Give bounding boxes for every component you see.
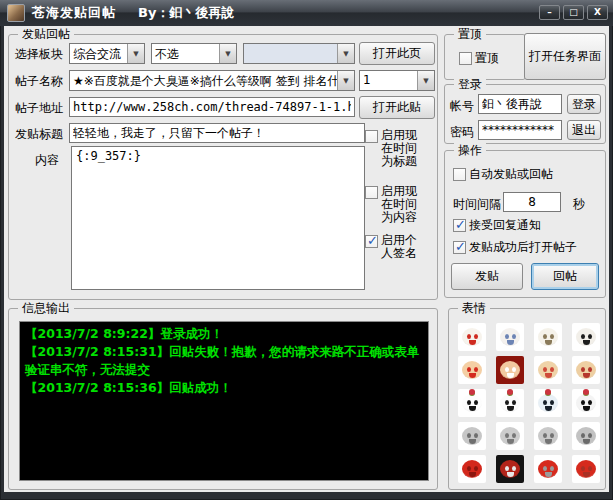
open-thread-button[interactable]: 打开此贴 <box>359 96 435 119</box>
actions-group-label: 操作 <box>454 143 486 158</box>
interval-input[interactable] <box>503 192 561 212</box>
app-window: 苍海发贴回帖 By：鈤丶後再說 – □ X 发贴回帖 选择板块 综合交流 ▼ 不… <box>0 0 613 500</box>
content-label: 内容 <box>35 152 59 169</box>
content-textarea[interactable]: {:9_357:} <box>71 146 365 290</box>
flower-icon <box>507 389 513 395</box>
chevron-down-icon[interactable]: ▼ <box>417 71 434 90</box>
interval-label: 时间间隔 <box>453 196 501 213</box>
password-label: 密码 <box>450 124 474 141</box>
checkbox-icon[interactable] <box>453 219 466 232</box>
open-task-button[interactable]: 打开任务界面 <box>524 33 606 80</box>
red-fox-sleep-emoticon[interactable] <box>458 455 486 483</box>
chevron-down-icon[interactable]: ▼ <box>219 44 236 63</box>
anime-blonde-shock-emoticon[interactable] <box>534 356 562 384</box>
post-button[interactable]: 发贴 <box>451 263 523 290</box>
thread-name-label: 帖子名称 <box>15 73 63 90</box>
client-area: 发贴回帖 选择板块 综合交流 ▼ 不选 ▼ ▼ 打开此页 帖子名称 ★※百度就是… <box>4 26 609 492</box>
panda-flower-cup-emoticon[interactable] <box>534 389 562 417</box>
time-as-content-checkbox[interactable]: 启用现在时间为内容 <box>365 185 421 224</box>
anime-blonde-laugh-emoticon[interactable] <box>572 356 600 384</box>
interval-unit-label: 秒 <box>573 196 585 213</box>
log-group: 信息输出 【2013/7/2 8:9:22】登录成功！【2013/7/2 8:1… <box>8 308 438 490</box>
maximize-button[interactable]: □ <box>563 5 584 20</box>
open-after-post-checkbox[interactable]: 发贴成功后打开帖子 <box>453 240 577 254</box>
board-main-combo[interactable]: 综合交流 ▼ <box>69 43 145 64</box>
emoticon-grid <box>449 309 605 489</box>
log-console: 【2013/7/2 8:9:22】登录成功！【2013/7/2 8:15:31】… <box>19 321 429 481</box>
checkbox-icon[interactable] <box>453 241 466 254</box>
thread-name-value: ★※百度就是个大臭逼※搞什么等级啊 签到 排名什 <box>70 71 337 90</box>
pin-group-label: 置顶 <box>454 27 486 42</box>
log-group-label: 信息输出 <box>18 301 74 316</box>
account-input[interactable] <box>478 94 562 114</box>
reply-button[interactable]: 回帖 <box>531 263 599 290</box>
chevron-down-icon[interactable]: ▼ <box>337 71 354 90</box>
log-message: 【2013/7/2 8:15:31】回贴失败！抱歉，您的请求来路不正确或表单验证… <box>25 343 423 379</box>
red-fox-dark-emoticon[interactable] <box>496 455 524 483</box>
actions-group: 操作 自动发贴或回帖 时间间隔 秒 接受回复通知 发贴成功后打开帖子 发贴 回帖 <box>444 150 606 298</box>
board-sub-value: 不选 <box>152 44 219 63</box>
close-button[interactable]: X <box>587 5 608 20</box>
login-button[interactable]: 登录 <box>567 94 601 114</box>
board-label: 选择板块 <box>15 46 63 63</box>
auto-post-label: 自动发贴或回帖 <box>469 167 553 181</box>
password-input[interactable] <box>478 120 562 140</box>
white-cat-panda-eyes-emoticon[interactable] <box>572 323 600 351</box>
post-title-label: 发贴标题 <box>15 126 63 143</box>
open-page-button[interactable]: 打开此页 <box>359 42 435 65</box>
anime-girl-dark-red-emoticon[interactable] <box>496 356 524 384</box>
board-third-value <box>244 44 337 63</box>
pin-checkbox[interactable]: 置顶 <box>459 51 499 65</box>
emoticons-group: 表情 <box>448 308 606 490</box>
white-cat-crying-blue-emoticon[interactable] <box>496 323 524 351</box>
log-message: 【2013/7/2 8:15:36】回贴成功！ <box>25 379 423 397</box>
time-as-title-checkbox[interactable]: 启用现在时间为标题 <box>365 129 421 168</box>
page-number-combo[interactable]: 1 ▼ <box>359 70 435 91</box>
red-fox-stand-emoticon[interactable] <box>572 455 600 483</box>
chevron-down-icon[interactable]: ▼ <box>337 44 354 63</box>
white-cat-standing-emoticon[interactable] <box>534 323 562 351</box>
white-cat-tongue-emoticon[interactable] <box>458 323 486 351</box>
signature-checkbox[interactable]: 启用个人签名 <box>365 234 421 260</box>
window-title: 苍海发贴回帖 <box>32 4 116 22</box>
checkbox-icon[interactable] <box>365 130 378 143</box>
logout-button[interactable]: 退出 <box>567 120 601 140</box>
board-sub-combo[interactable]: 不选 ▼ <box>151 43 237 64</box>
minimize-button[interactable]: – <box>539 5 560 20</box>
checkbox-icon[interactable] <box>459 52 472 65</box>
flower-icon <box>545 389 551 395</box>
thread-name-combo[interactable]: ★※百度就是个大臭逼※搞什么等级啊 签到 排名什 ▼ <box>69 70 355 91</box>
log-message: 【2013/7/2 8:9:22】登录成功！ <box>25 325 423 343</box>
time-as-title-label: 启用现在时间为标题 <box>381 129 421 168</box>
titlebar[interactable]: 苍海发贴回帖 By：鈤丶後再說 – □ X <box>0 0 613 26</box>
flower-icon <box>469 389 475 395</box>
post-group: 发贴回帖 选择板块 综合交流 ▼ 不选 ▼ ▼ 打开此页 帖子名称 ★※百度就是… <box>8 34 438 300</box>
sketch-scribble-4-emoticon[interactable] <box>572 422 600 450</box>
sketch-scribble-3-emoticon[interactable] <box>534 422 562 450</box>
open-after-post-label: 发贴成功后打开帖子 <box>469 240 577 254</box>
page-number-value: 1 <box>360 71 417 90</box>
pin-group: 置顶 置顶 <box>444 34 526 80</box>
checkbox-icon[interactable] <box>365 186 378 199</box>
thread-url-input[interactable] <box>69 97 355 117</box>
signature-label: 启用个人签名 <box>381 234 421 260</box>
anime-shock-red-eyes-emoticon[interactable] <box>458 356 486 384</box>
panda-flower-frown-emoticon[interactable] <box>458 389 486 417</box>
post-title-input[interactable] <box>69 123 365 143</box>
app-icon <box>7 4 25 22</box>
board-main-value: 综合交流 <box>70 44 127 63</box>
sketch-scribble-2-emoticon[interactable] <box>496 422 524 450</box>
checkbox-icon[interactable] <box>453 168 466 181</box>
red-fox-gray-mouth-emoticon[interactable] <box>534 455 562 483</box>
sketch-scribble-1-emoticon[interactable] <box>458 422 486 450</box>
thread-url-label: 帖子地址 <box>15 100 63 117</box>
auto-post-checkbox[interactable]: 自动发贴或回帖 <box>453 167 553 181</box>
chevron-down-icon[interactable]: ▼ <box>127 44 144 63</box>
login-group-label: 登录 <box>454 77 486 92</box>
notify-checkbox[interactable]: 接受回复通知 <box>453 218 541 232</box>
login-group: 登录 帐号 登录 密码 退出 <box>444 84 606 144</box>
checkbox-icon[interactable] <box>365 235 378 248</box>
panda-flower-tilt-emoticon[interactable] <box>496 389 524 417</box>
board-third-combo[interactable]: ▼ <box>243 43 355 64</box>
panda-shrug-emoticon[interactable] <box>572 389 600 417</box>
